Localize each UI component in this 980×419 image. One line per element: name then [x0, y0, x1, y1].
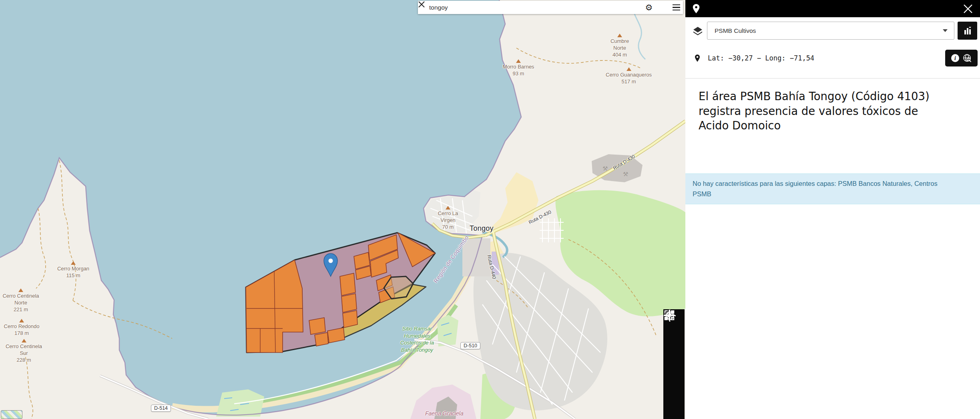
layers-icon [693, 26, 703, 36]
faena-label: Faena Graciela [425, 410, 464, 417]
coordinates-text: Lat: −30,27 − Long: −71,54 [708, 54, 814, 62]
clear-search-icon[interactable] [656, 1, 669, 14]
globe-search-icon [963, 54, 972, 63]
fullscreen-button[interactable] [665, 397, 683, 415]
location-pin-icon [692, 3, 701, 14]
peak-label: Cumbre Norte404 m [604, 34, 636, 58]
town-label: Tongoy [464, 224, 500, 233]
peak-icon [18, 288, 23, 292]
no-features-notice: No hay características para las siguient… [685, 173, 980, 204]
peak-icon [627, 67, 631, 71]
peak-label: Cerro Centinela Norte221 m [2, 288, 39, 313]
search-input[interactable] [418, 4, 642, 11]
ramsar-site-label: Sitio Ramsar Humedales Costeros de la Ba… [394, 325, 441, 353]
settings-gear-icon[interactable]: ⚙ [642, 1, 656, 14]
peak-label: Cerro Morgan115 m [49, 261, 98, 279]
map-canvas[interactable]: ⚒ ⚒ [0, 0, 685, 419]
peak-label: Cerro Redondo178 m [0, 319, 43, 337]
peak-label: Cerro La Virgen70 m [431, 206, 465, 231]
alert-message: El área PSMB Bahía Tongoy (Código 4103) … [699, 89, 947, 133]
feature-info-panel: PSMB Cultivos Lat: −30,27 − Long: −71,54 [685, 0, 980, 419]
chart-button[interactable] [958, 22, 977, 40]
coordinates-row: Lat: −30,27 − Long: −71,54 i [685, 47, 980, 69]
zoom-extent-button[interactable] [665, 376, 683, 394]
peak-icon [516, 59, 521, 63]
menu-hamburger-icon[interactable] [669, 1, 683, 14]
info-tools-button[interactable]: i [945, 50, 978, 66]
info-icon: i [951, 54, 960, 62]
bar-chart-icon [963, 26, 972, 36]
road-shield: D-510 [460, 342, 480, 349]
location-pin-small-icon [694, 54, 701, 62]
peak-icon [617, 34, 622, 37]
chevron-down-icon [943, 29, 948, 32]
peak-icon [446, 206, 450, 210]
peak-label: Morro Barnes93 m [502, 59, 535, 77]
peak-icon [22, 339, 26, 342]
peak-icon [19, 319, 24, 322]
panel-divider [685, 78, 980, 79]
map-graphics: ⚒ ⚒ [0, 0, 685, 419]
svg-text:i: i [954, 55, 956, 61]
layer-select-value: PSMB Cultivos [707, 27, 943, 34]
peak-icon [71, 261, 76, 265]
overview-map-toggle[interactable] [1, 410, 22, 419]
search-bar: ⚙ [418, 1, 683, 14]
layer-select-row: PSMB Cultivos [685, 22, 980, 40]
peak-label: Cerro Guanaqueros517 m [596, 67, 662, 85]
peak-label: Cerro Centinela Sur228 m [5, 339, 43, 364]
gis-viewer: ⚒ ⚒ [0, 0, 980, 419]
road-shield: D-514 [151, 405, 171, 412]
map-controls [663, 309, 685, 419]
close-panel-icon[interactable] [962, 3, 974, 14]
zoom-out-button[interactable] [665, 355, 683, 373]
layer-select[interactable]: PSMB Cultivos [707, 22, 954, 40]
zoom-in-button[interactable] [665, 334, 683, 353]
no-features-notice-text: No hay características para las siguient… [693, 178, 945, 199]
panel-header [685, 0, 980, 17]
mine-icon: ⚒ [623, 171, 628, 177]
